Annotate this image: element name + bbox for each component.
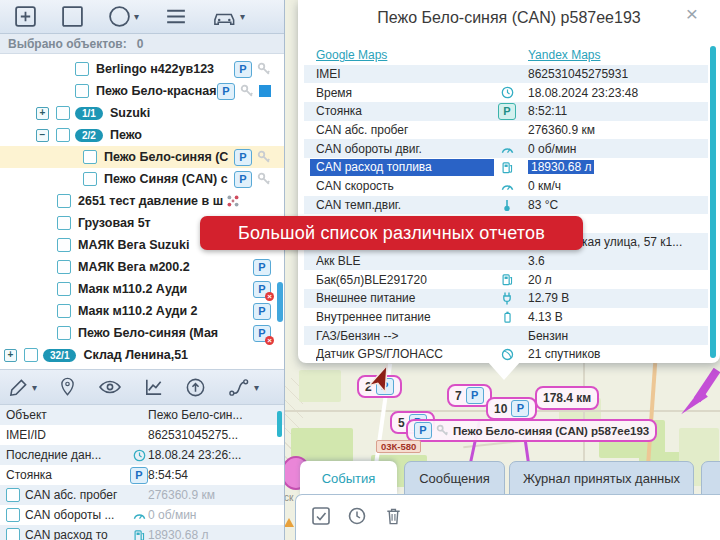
- tree-group[interactable]: 1/1 Suzuki: [0, 102, 284, 124]
- pencil-icon: [8, 377, 29, 398]
- tab-events[interactable]: События: [300, 461, 397, 495]
- checkbox[interactable]: [6, 528, 20, 540]
- gps-monitoring-app: 2 7 10 178.4 км 5 Пежо Бело-синяя (CAN) …: [0, 0, 720, 540]
- info-row[interactable]: Объект Пежо Бело-син...: [0, 405, 284, 425]
- map-cluster-badge[interactable]: 7: [447, 384, 492, 407]
- cluster-count: 7: [455, 389, 462, 403]
- popup-row[interactable]: IMEI 862531045275931: [304, 65, 708, 84]
- thermometer-icon: [494, 198, 520, 212]
- tree-item[interactable]: Пежо Бело-красная: [0, 80, 284, 102]
- popup-scrollbar[interactable]: [710, 46, 716, 358]
- visibility-button[interactable]: [98, 378, 122, 396]
- distance-badge[interactable]: 178.4 км: [535, 386, 599, 410]
- checkbox[interactable]: [24, 348, 38, 362]
- tree-scrollbar[interactable]: [277, 282, 283, 322]
- expand-icon[interactable]: [4, 349, 17, 362]
- popup-row[interactable]: Время 18.08.2024 23:23:48: [304, 83, 708, 102]
- tree-item[interactable]: МАЯК Вега м200.2: [0, 256, 284, 278]
- popup-row[interactable]: Внешнее питание 12.79 В: [304, 289, 708, 308]
- select-all-checkbox-icon[interactable]: [311, 506, 331, 526]
- popup-row[interactable]: CAN темп.двиг. 83 °C: [304, 196, 708, 215]
- checkbox[interactable]: [57, 282, 71, 296]
- vehicle-filter-button[interactable]: [212, 7, 245, 27]
- history-clock-icon[interactable]: [347, 506, 367, 526]
- checkbox[interactable]: [57, 304, 71, 318]
- popup-row[interactable]: Бак(65л)BLE291720 20 л: [304, 270, 708, 289]
- expand-icon[interactable]: [36, 107, 49, 120]
- track-arrow-icon: [681, 368, 720, 418]
- popup-row[interactable]: Внутреннее питание 4.13 В: [304, 308, 708, 327]
- popup-row[interactable]: CAN обороты двиг. 0 об/мин: [304, 139, 708, 158]
- checkbox[interactable]: [56, 128, 70, 142]
- select-circle-button[interactable]: [108, 5, 139, 28]
- annotation-banner: Большой список различных отчетов: [200, 216, 583, 250]
- checkbox[interactable]: [57, 260, 71, 274]
- info-row[interactable]: IMEI/ID 862531045275...: [0, 425, 284, 445]
- checkbox[interactable]: [56, 106, 70, 120]
- key-icon: [257, 172, 271, 186]
- close-icon[interactable]: [686, 3, 698, 24]
- checkbox[interactable]: [75, 84, 89, 98]
- tree-item[interactable]: Маяк м110.2 Ауди 2: [0, 300, 284, 322]
- checkbox[interactable]: [6, 488, 20, 502]
- tree-item[interactable]: 2651 тест давление в ш: [0, 190, 284, 212]
- collapse-icon[interactable]: [36, 129, 49, 142]
- tree-item[interactable]: Berlingo н422ув123: [0, 58, 284, 80]
- vehicle-map-label[interactable]: Пежо Бело-синяя (CAN) p587ee193: [406, 419, 657, 442]
- tree-item[interactable]: Маяк м110.2 Ауди: [0, 278, 284, 300]
- checkbox[interactable]: [83, 172, 97, 186]
- list-view-button[interactable]: [163, 5, 188, 28]
- info-row[interactable]: CAN расход то 18930.68 л: [0, 525, 284, 540]
- popup-row[interactable]: CAN скорость 0 км/ч: [304, 177, 708, 196]
- checkbox[interactable]: [57, 238, 71, 252]
- tree-item[interactable]: Пежо Синяя (CAN) с: [0, 168, 284, 190]
- cluster-count: 10: [494, 402, 507, 416]
- key-icon: [240, 84, 254, 98]
- checkbox[interactable]: [57, 216, 71, 230]
- info-row[interactable]: CAN обороты ... 0 об/мин: [0, 505, 284, 525]
- tab-partial[interactable]: [701, 461, 720, 496]
- parking-icon: [253, 303, 271, 320]
- parking-icon: [234, 61, 252, 78]
- key-icon: [257, 62, 271, 76]
- gauge-icon: [494, 144, 520, 154]
- popup-title: Пежо Бело-синяя (CAN) p587ee193: [298, 9, 720, 27]
- popup-row[interactable]: CAN абс. пробег 276360.9 км: [304, 121, 708, 140]
- route-button[interactable]: [227, 377, 259, 398]
- map-cluster-badge[interactable]: 10: [486, 397, 537, 420]
- popup-row[interactable]: Стоянка 8:52:11: [304, 102, 708, 121]
- popup-row-selected[interactable]: CAN расход топлива 18930.68 л: [304, 158, 708, 177]
- popup-row[interactable]: ГАЗ/Бензин --> Бензин: [304, 326, 708, 345]
- info-row[interactable]: CAN абс. пробег 276360.9 км: [0, 485, 284, 505]
- info-row[interactable]: Последние дан... 18.08.24 23:26:...: [0, 445, 284, 465]
- route-icon: [227, 377, 251, 398]
- google-maps-link[interactable]: Google Maps: [316, 48, 387, 62]
- map-poi-triangle-icon: [284, 518, 294, 527]
- tree-item[interactable]: Пежо Бело-синяя (Мая: [0, 322, 284, 344]
- chart-button[interactable]: [143, 377, 164, 398]
- checkbox[interactable]: [57, 326, 71, 340]
- location-pin-button[interactable]: [58, 376, 77, 398]
- checkbox[interactable]: [75, 62, 89, 76]
- export-button[interactable]: [185, 377, 206, 398]
- tree-group[interactable]: 32/1 Склад Ленина,51: [0, 344, 284, 366]
- tab-messages[interactable]: Сообщения: [404, 461, 505, 496]
- info-row[interactable]: Стоянка 8:54:54: [0, 465, 284, 485]
- table-scrollbar[interactable]: [277, 411, 282, 437]
- tree-item-selected[interactable]: Пежо Бело-синяя (С: [0, 146, 284, 168]
- select-rectangle-button[interactable]: [61, 5, 84, 28]
- tree-group[interactable]: 2/2 Пежо: [0, 124, 284, 146]
- checkbox[interactable]: [57, 194, 71, 208]
- checkbox[interactable]: [83, 150, 97, 164]
- edit-button[interactable]: [8, 377, 37, 398]
- objects-toolbar: [0, 0, 284, 34]
- object-actions-toolbar: [0, 369, 284, 405]
- popup-row[interactable]: Акк BLE 3.6: [304, 252, 708, 271]
- tab-data-log[interactable]: Журнал принятых данных: [509, 461, 694, 496]
- checkbox[interactable]: [6, 508, 20, 522]
- add-object-button[interactable]: [14, 5, 37, 28]
- trash-icon[interactable]: [384, 506, 403, 526]
- popup-pointer: [487, 361, 521, 380]
- group-count-badge: 2/2: [75, 129, 103, 142]
- yandex-maps-link[interactable]: Yandex Maps: [528, 48, 601, 62]
